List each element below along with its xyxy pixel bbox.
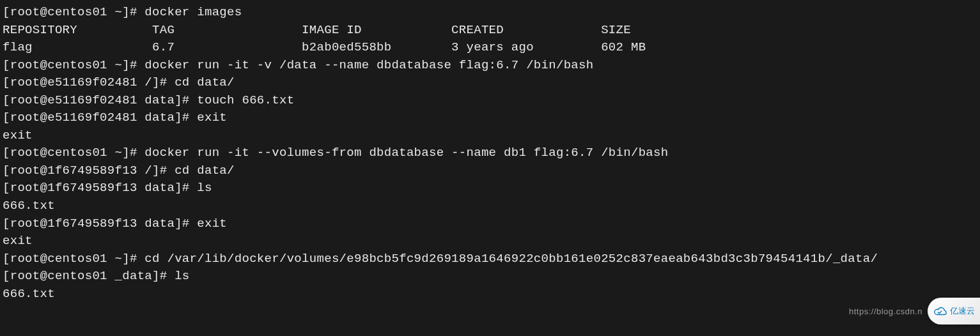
terminal-line: [root@e51169f02481 data]# touch 666.txt	[3, 92, 977, 110]
terminal-line: [root@1f6749589f13 data]# ls	[3, 179, 977, 197]
terminal-line: exit	[3, 127, 977, 145]
terminal-line: [root@e51169f02481 data]# exit	[3, 109, 977, 127]
terminal-line: [root@centos01 ~]# docker run -it -v /da…	[3, 57, 977, 75]
terminal-line: [root@centos01 ~]# docker run -it --volu…	[3, 144, 977, 162]
terminal-line: 666.txt	[3, 286, 977, 303]
terminal-line: [root@1f6749589f13 /]# cd data/	[3, 162, 977, 180]
terminal-line: 666.txt	[3, 197, 977, 215]
logo-badge: 亿速云	[928, 298, 980, 325]
terminal-line: [root@1f6749589f13 data]# exit	[3, 215, 977, 233]
terminal-line: [root@centos01 ~]# cd /var/lib/docker/vo…	[3, 250, 977, 268]
watermark-text: https://blog.csdn.n	[849, 306, 922, 318]
logo-text: 亿速云	[950, 305, 975, 317]
terminal-line: [root@centos01 ~]# docker images	[3, 4, 977, 22]
cloud-icon	[933, 306, 947, 316]
terminal-output[interactable]: [root@centos01 ~]# docker images REPOSIT…	[3, 4, 977, 303]
terminal-line: flag 6.7 b2ab0ed558bb 3 years ago 602 MB	[3, 39, 977, 57]
terminal-line: [root@centos01 _data]# ls	[3, 268, 977, 286]
terminal-line: [root@e51169f02481 /]# cd data/	[3, 74, 977, 92]
terminal-line: REPOSITORY TAG IMAGE ID CREATED SIZE	[3, 22, 977, 40]
terminal-line: exit	[3, 233, 977, 250]
